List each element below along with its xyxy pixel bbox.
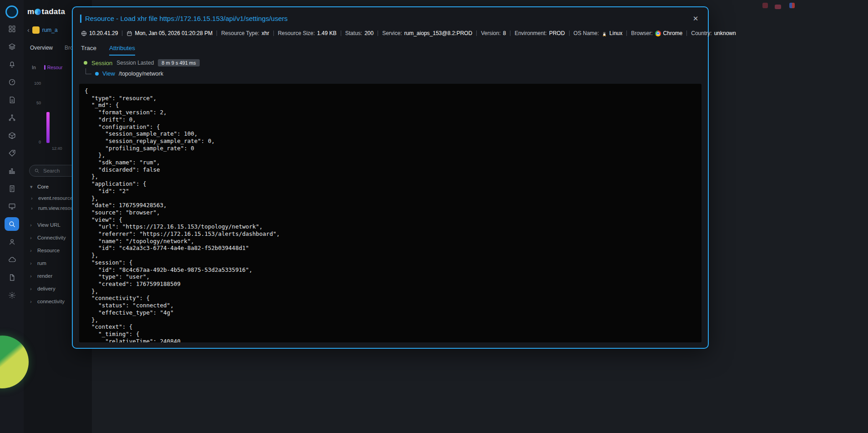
rail-alerts-bell-icon[interactable] [5,57,19,71]
view-label[interactable]: View [102,70,115,77]
brand-logo: mtadata [27,7,65,16]
meta-browser: Browser: Chrome [631,30,682,36]
attributes-json-panel[interactable]: { "type": "resource", "_md": { "format_v… [79,84,701,342]
brand-logo-text-pre: m [27,7,34,16]
chart-bar[interactable] [46,112,50,143]
chevron-right-icon: › [30,273,34,279]
linux-penguin-icon [601,31,607,36]
tree-item-label: Resource [37,248,60,253]
y-axis-tick: 50 [24,101,41,105]
close-button[interactable]: ✕ [691,14,701,24]
chevron-right-icon: › [31,205,35,211]
attributes-json-content: { "type": "resource", "_md": { "format_v… [85,87,696,342]
session-duration-badge: 8 m 9 s 491 ms [158,59,199,66]
session-row: Session Session Lasted 8 m 9 s 491 ms [84,59,200,66]
view-dot-icon [95,72,99,76]
chevron-down-icon: ▾ [30,184,34,190]
chevron-right-icon: › [31,195,35,201]
chevron-right-icon: › [30,299,34,304]
legend-item-label: Resour [47,65,63,70]
rail-logs-icon[interactable] [5,182,19,195]
globe-icon [81,31,87,36]
meta-environment: Environment:PROD [515,30,565,36]
chevron-right-icon: › [30,260,34,266]
rail-monitor-icon[interactable] [5,199,19,213]
resource-meta-row: 10.20.41.29 Mon, Jan 05, 2026 01:20:28 P… [81,30,694,36]
service-row: ‹ rum_a [27,26,58,34]
rail-cloud-icon[interactable] [5,253,19,266]
session-label: Session [91,60,112,66]
rail-gauge-icon[interactable] [5,75,19,89]
rail-packages-icon[interactable] [5,128,19,142]
service-icon [32,26,40,34]
rail-users-icon[interactable] [5,235,19,249]
legend-item[interactable]: Resour [44,65,63,70]
legend-prefix: In [32,65,36,70]
chevron-right-icon: › [30,222,34,228]
tree-item-label: rum.view.resour [38,205,75,211]
meta-separator [510,31,510,36]
tree-item-label: View URL [37,222,61,228]
rail-settings-gear-icon[interactable] [5,288,19,302]
tab-attributes[interactable]: Attributes [109,45,135,56]
tree-item-label: connectivity [37,299,65,304]
tree-item-label: Connectivity [37,235,66,240]
view-path: /topology/network [119,71,163,77]
chart-legend: In Resour [32,65,63,70]
meta-separator [341,31,341,36]
brand-logo-o-icon [35,9,41,15]
meta-status: Status:200 [345,30,373,36]
screen: mtadata ‹ rum_a Overview Brows In Resour… [0,0,868,433]
rail-dashboard-icon[interactable] [5,22,19,36]
chevron-right-icon: › [30,235,34,240]
tree-connector [86,68,91,74]
meta-separator [378,31,378,36]
tree-item-label: Core [37,184,49,189]
tree-item-label: render [37,273,52,279]
tree-item-label: delivery [37,286,56,291]
meta-ip-value: 10.20.41.29 [89,30,118,36]
rail-files-icon[interactable] [5,270,19,284]
meta-ip: 10.20.41.29 [81,30,118,36]
session-lasted-label: Session Lasted [116,60,154,66]
brand-logo-text-post: tadata [41,7,65,16]
chrome-browser-icon [655,31,661,36]
meta-separator [217,31,217,36]
y-axis-tick: 0 [24,140,41,144]
y-axis-tick: 100 [24,81,41,86]
resource-detail-modal: Resource - Load xhr file https://172.16.… [72,6,709,349]
rail-tags-icon[interactable] [5,146,19,160]
rail-analytics-icon[interactable] [5,164,19,178]
background-app-icon [762,3,768,8]
service-name: rum_a [42,27,58,33]
app-logo-icon[interactable] [5,5,18,18]
meta-separator [122,31,122,36]
legend-color-bar-icon [44,65,45,70]
background-app-icon [789,3,795,8]
tree-item-label: event.resource [38,195,73,201]
chevron-right-icon: › [30,286,34,291]
meta-version: Version:8 [481,30,506,36]
meta-separator [569,31,570,36]
collapse-chevron-icon[interactable]: ‹ [27,26,30,34]
meta-service: Service:rum_aiops_153@8.2:PROD [382,30,472,36]
tree-item-label: rum [37,260,46,266]
rail-layers-icon[interactable] [5,40,19,53]
modal-title: Resource - Load xhr file https://172.16.… [80,15,288,23]
tab-overview[interactable]: Overview [30,45,53,51]
meta-datetime: Mon, Jan 05, 2026 01:20:28 PM [126,30,212,36]
rail-search-icon[interactable] [5,217,19,231]
rail-reports-icon[interactable] [5,93,19,107]
meta-resource-size: Resource Size:1.49 KB [278,30,337,36]
search-icon [34,168,40,173]
meta-separator [476,31,477,36]
tab-trace[interactable]: Trace [81,45,96,56]
rail-topology-icon[interactable] [5,111,19,124]
meta-separator [626,31,627,36]
view-row: View /topology/network [86,70,163,77]
session-dot-icon [84,61,87,65]
background-app-icon [775,5,781,9]
meta-datetime-value: Mon, Jan 05, 2026 01:20:28 PM [135,30,212,36]
meta-separator [686,31,687,36]
calendar-icon [126,31,132,36]
